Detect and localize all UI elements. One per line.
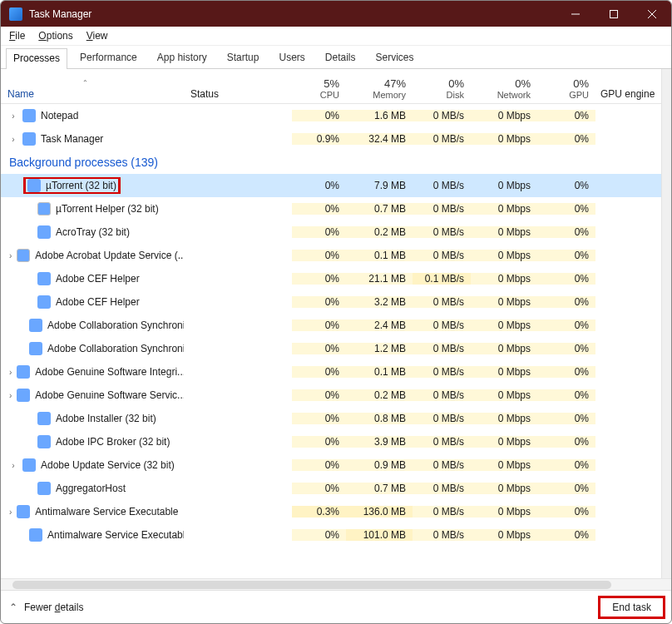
disk-cell: 0 MB/s: [413, 389, 471, 401]
process-row[interactable]: Adobe Collaboration Synchroni...0%2.4 MB…: [1, 314, 661, 337]
menu-file[interactable]: File: [9, 30, 25, 42]
process-name: AggregatorHost: [56, 483, 126, 494]
gpu-cell: 0%: [537, 343, 595, 354]
tab-startup[interactable]: Startup: [220, 47, 267, 68]
process-row[interactable]: Adobe Installer (32 bit)0%0.8 MB0 MB/s0 …: [1, 407, 661, 430]
tab-details[interactable]: Details: [318, 47, 363, 68]
gpu-cell: 0%: [537, 203, 595, 215]
menu-options[interactable]: Options: [38, 30, 72, 42]
task-manager-icon: [9, 7, 22, 21]
expand-icon[interactable]: ›: [9, 391, 12, 400]
section-background-processes: Background processes (139): [1, 151, 661, 174]
process-row[interactable]: Adobe CEF Helper0%21.1 MB0.1 MB/s0 Mbps0…: [1, 267, 661, 290]
network-cell: 0 Mbps: [471, 319, 537, 331]
process-row[interactable]: µTorrent Helper (32 bit)0%0.7 MB0 MB/s0 …: [1, 197, 661, 220]
network-cell: 0 Mbps: [471, 529, 537, 541]
process-row[interactable]: ›Adobe Acrobat Update Service (...0%0.1 …: [1, 244, 661, 267]
cpu-cell: 0%: [292, 529, 346, 541]
col-cpu[interactable]: 5%CPU: [292, 77, 346, 100]
process-row[interactable]: ›Antimalware Service Executable0.3%136.0…: [1, 500, 661, 523]
process-row[interactable]: ›Adobe Genuine Software Integri...0%0.1 …: [1, 360, 661, 384]
col-network[interactable]: 0%Network: [471, 77, 537, 100]
process-name: Adobe Acrobat Update Service (...: [35, 250, 184, 261]
disk-cell: 0 MB/s: [413, 296, 471, 308]
cpu-cell: 0%: [292, 226, 346, 238]
memory-cell: 0.1 MB: [346, 366, 413, 378]
horizontal-scrollbar[interactable]: [1, 578, 671, 590]
memory-cell: 0.2 MB: [346, 226, 413, 238]
gpu-cell: 0%: [537, 483, 595, 494]
col-gpu-engine[interactable]: GPU engine: [595, 88, 661, 100]
process-icon: [22, 132, 36, 146]
process-row[interactable]: ›Adobe Update Service (32 bit)0%0.9 MB0 …: [1, 453, 661, 477]
col-name[interactable]: ⌃ Name: [1, 79, 184, 100]
disk-cell: 0 MB/s: [413, 226, 471, 238]
menu-view[interactable]: View: [86, 30, 108, 42]
col-disk[interactable]: 0%Disk: [413, 77, 471, 100]
gpu-cell: 0%: [537, 133, 595, 145]
memory-cell: 32.4 MB: [346, 133, 413, 145]
process-icon: [37, 272, 51, 285]
process-row[interactable]: ›Task Manager0.9%32.4 MB0 MB/s0 Mbps0%: [1, 127, 661, 151]
gpu-cell: 0%: [537, 413, 595, 424]
cpu-cell: 0%: [292, 250, 346, 261]
memory-cell: 21.1 MB: [346, 273, 413, 285]
tab-performance[interactable]: Performance: [72, 47, 145, 68]
col-gpu[interactable]: 0%GPU: [537, 77, 595, 100]
process-name: Adobe CEF Helper: [56, 273, 140, 285]
minimize-button[interactable]: [556, 1, 595, 27]
process-row[interactable]: Adobe Collaboration Synchroni...0%1.2 MB…: [1, 337, 661, 360]
close-button[interactable]: [633, 1, 671, 27]
process-name: AcroTray (32 bit): [56, 226, 130, 238]
expand-icon[interactable]: ›: [9, 508, 12, 517]
process-row[interactable]: Adobe IPC Broker (32 bit)0%3.9 MB0 MB/s0…: [1, 430, 661, 453]
network-cell: 0 Mbps: [471, 436, 537, 448]
process-name: Notepad: [41, 110, 78, 121]
process-row[interactable]: ›Notepad0%1.6 MB0 MB/s0 Mbps0%: [1, 104, 661, 127]
process-row[interactable]: Antimalware Service Executable...0%101.0…: [1, 523, 661, 547]
gpu-cell: 0%: [537, 366, 595, 378]
process-icon: [37, 295, 51, 309]
tab-users[interactable]: Users: [271, 47, 312, 68]
tab-app-history[interactable]: App history: [150, 47, 215, 68]
memory-cell: 136.0 MB: [346, 506, 413, 518]
chevron-up-icon[interactable]: ⌃: [9, 602, 17, 613]
menu-bar: File Options View: [1, 27, 671, 46]
process-row[interactable]: ›Adobe Genuine Software Servic...0%0.2 M…: [1, 384, 661, 407]
expand-icon[interactable]: ›: [9, 368, 12, 377]
network-cell: 0 Mbps: [471, 506, 537, 518]
process-row[interactable]: AggregatorHost0%0.7 MB0 MB/s0 Mbps0%: [1, 477, 661, 500]
tab-processes[interactable]: Processes: [6, 48, 67, 69]
process-name: Antimalware Service Executable...: [47, 529, 184, 541]
col-memory[interactable]: 47%Memory: [346, 77, 413, 100]
network-cell: 0 Mbps: [471, 483, 537, 494]
process-row[interactable]: µTorrent (32 bit)0%7.9 MB0 MB/s0 Mbps0%: [1, 174, 661, 197]
expand-icon[interactable]: ›: [9, 251, 12, 260]
network-cell: 0 Mbps: [471, 110, 537, 121]
process-name: Adobe Update Service (32 bit): [41, 459, 175, 471]
col-status[interactable]: Status: [184, 88, 292, 100]
expand-icon[interactable]: ›: [9, 461, 17, 470]
end-task-button[interactable]: End task: [600, 598, 663, 617]
maximize-button[interactable]: [595, 1, 633, 27]
memory-cell: 101.0 MB: [346, 529, 413, 541]
hscroll-thumb[interactable]: [12, 581, 611, 589]
gpu-cell: 0%: [537, 110, 595, 121]
process-icon: [17, 505, 30, 518]
gpu-cell: 0%: [537, 529, 595, 541]
network-cell: 0 Mbps: [471, 343, 537, 354]
process-row[interactable]: AcroTray (32 bit)0%0.2 MB0 MB/s0 Mbps0%: [1, 220, 661, 244]
disk-cell: 0 MB/s: [413, 110, 471, 121]
expand-icon[interactable]: ›: [9, 135, 17, 144]
process-row[interactable]: Adobe CEF Helper0%3.2 MB0 MB/s0 Mbps0%: [1, 290, 661, 314]
process-icon: [37, 225, 51, 239]
network-cell: 0 Mbps: [471, 413, 537, 424]
expand-icon[interactable]: ›: [9, 111, 17, 121]
process-name: Adobe Collaboration Synchroni...: [47, 319, 184, 331]
process-icon: [29, 528, 42, 542]
gpu-cell: 0%: [537, 226, 595, 238]
cpu-cell: 0%: [292, 436, 346, 448]
fewer-details-link[interactable]: Fewer details: [24, 602, 83, 613]
tab-services[interactable]: Services: [368, 47, 422, 68]
vertical-scrollbar[interactable]: [661, 69, 671, 578]
